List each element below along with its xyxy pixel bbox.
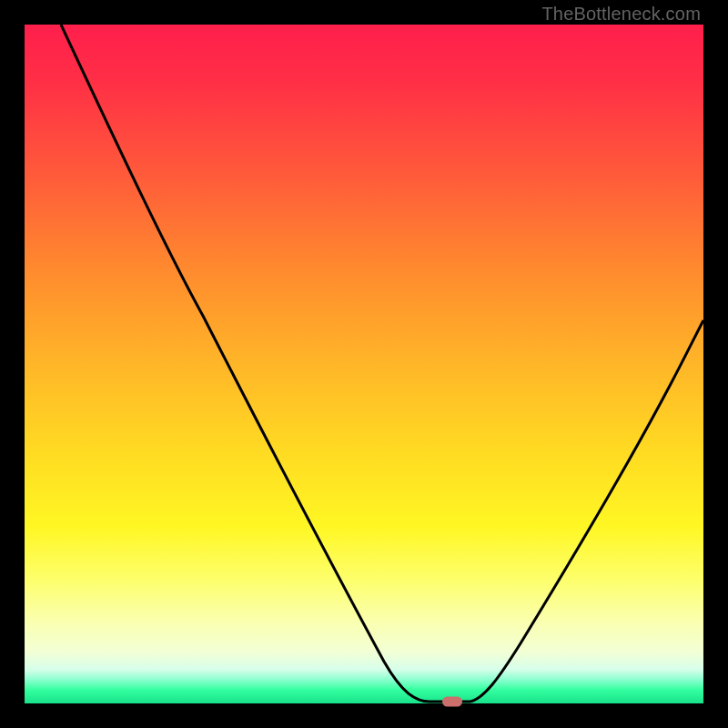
plot-area: [25, 25, 703, 703]
watermark: TheBottleneck.com: [541, 4, 701, 25]
chart-container: TheBottleneck.com: [0, 0, 728, 728]
curve-left: [61, 25, 430, 702]
bottleneck-curve: [25, 25, 703, 703]
optimum-marker: [442, 697, 462, 707]
curve-right: [470, 320, 703, 702]
